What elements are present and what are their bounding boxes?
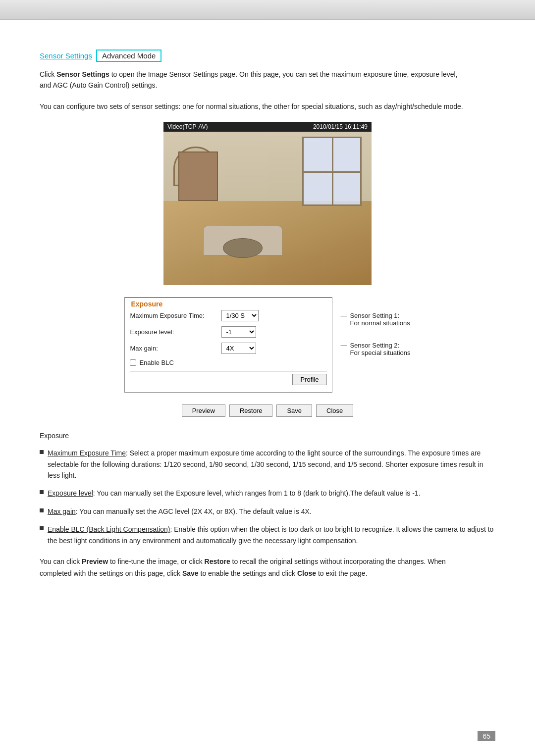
room-fireplace [178, 151, 218, 201]
bullet-icon-2 [40, 490, 44, 494]
intro-text-1: Click Sensor Settings to open the Image … [40, 69, 471, 91]
camera-container: Video(TCP-AV) 2010/01/15 16:11:49 [40, 122, 495, 285]
sensor-settings-link[interactable]: Sensor Settings [40, 51, 92, 60]
button-row: Preview Restore Save Close [40, 404, 495, 417]
list-item: Exposure level: You can manually set the… [40, 488, 495, 499]
enable-blc-row: Enable BLC [130, 359, 327, 366]
field-row-exposure-level: Exposure level: -8-7-6-5 -4-3-2-1 0123 4… [130, 326, 327, 338]
preview-button[interactable]: Preview [182, 404, 225, 417]
bullet-icon-1 [40, 450, 44, 454]
list-item: Maximum Exposure Time: Select a proper m… [40, 448, 495, 481]
bullet-term-4: Enable BLC (Back Light Compensation) [48, 525, 170, 533]
settings-panel-wrapper: Exposure Maximum Exposure Time: 1/120 S … [124, 297, 410, 393]
top-bar [0, 0, 535, 20]
window-cross-v [332, 138, 333, 204]
breadcrumb: Sensor Settings Advanced Mode [40, 50, 495, 62]
side-labels: — Sensor Setting 1: For normal situation… [340, 297, 410, 356]
enable-blc-label: Enable BLC [139, 359, 173, 366]
exposure-level-label: Exposure level: [130, 328, 216, 336]
side-label-1-desc: For normal situations [350, 319, 410, 327]
list-item: Enable BLC (Back Light Compensation): En… [40, 524, 495, 546]
camera-protocol: Video(TCP-AV) [167, 123, 208, 130]
side-label-2-title: Sensor Setting 2: [350, 342, 410, 349]
side-label-1-text: Sensor Setting 1: For normal situations [350, 312, 410, 327]
camera-frame: Video(TCP-AV) 2010/01/15 16:11:49 [163, 122, 372, 285]
bullet-text-3: Max gain: You can manually set the AGC l… [48, 506, 312, 517]
profile-row: Profile [130, 371, 327, 387]
bullet-text-4: Enable BLC (Back Light Compensation): En… [48, 524, 495, 546]
side-arrow-1: — [340, 312, 347, 319]
side-label-2: — Sensor Setting 2: For special situatio… [340, 342, 410, 356]
side-label-2-desc: For special situations [350, 349, 410, 356]
bullet-text-2: Exposure level: You can manually set the… [48, 488, 421, 499]
intro-text-2: You can configure two sets of sensor set… [40, 101, 471, 112]
room-table [223, 238, 263, 258]
profile-button[interactable]: Profile [292, 374, 327, 385]
side-label-1: — Sensor Setting 1: For normal situation… [340, 312, 410, 327]
exposure-panel: Exposure Maximum Exposure Time: 1/120 S … [124, 297, 332, 393]
camera-timestamp: 2010/01/15 16:11:49 [313, 123, 368, 130]
exposure-group-header: Exposure [125, 298, 332, 308]
side-label-1-title: Sensor Setting 1: [350, 312, 410, 319]
bullet-list: Maximum Exposure Time: Select a proper m… [40, 448, 495, 546]
max-gain-select[interactable]: 2X 4X 8X [221, 343, 256, 354]
bullet-icon-4 [40, 526, 44, 530]
exposure-fieldset: Maximum Exposure Time: 1/120 S 1/90 S 1/… [125, 310, 332, 392]
exposure-level-select[interactable]: -8-7-6-5 -4-3-2-1 0123 45678 [221, 326, 256, 338]
camera-image [163, 132, 372, 285]
side-arrow-2: — [340, 342, 347, 349]
restore-button[interactable]: Restore [229, 404, 273, 417]
side-label-2-text: Sensor Setting 2: For special situations [350, 342, 410, 356]
enable-blc-checkbox[interactable] [130, 359, 136, 366]
bullet-term-1: Maximum Exposure Time [48, 449, 126, 457]
bullet-icon-3 [40, 508, 44, 512]
bullet-term-2: Exposure level [48, 489, 93, 497]
exposure-title: Exposure [131, 300, 162, 308]
bullet-text-1: Maximum Exposure Time: Select a proper m… [48, 448, 495, 481]
footer-text: You can click Preview to fine-tune the i… [40, 556, 471, 580]
save-button[interactable]: Save [276, 404, 312, 417]
max-gain-label: Max gain: [130, 345, 216, 352]
advanced-mode-badge[interactable]: Advanced Mode [96, 50, 161, 62]
close-button[interactable]: Close [316, 404, 353, 417]
field-row-max-gain: Max gain: 2X 4X 8X [130, 343, 327, 354]
field-row-exposure-time: Maximum Exposure Time: 1/120 S 1/90 S 1/… [130, 310, 327, 321]
exposure-section-heading: Exposure [40, 432, 495, 440]
list-item: Max gain: You can manually set the AGC l… [40, 506, 495, 517]
page-number: 65 [478, 731, 495, 741]
room-window [302, 137, 362, 206]
bullet-term-3: Max gain [48, 507, 76, 515]
exposure-time-label: Maximum Exposure Time: [130, 312, 216, 319]
exposure-time-select[interactable]: 1/120 S 1/90 S 1/30 S 1/15 S 1/5 S [221, 310, 259, 321]
settings-area: Exposure Maximum Exposure Time: 1/120 S … [40, 297, 495, 393]
camera-topbar: Video(TCP-AV) 2010/01/15 16:11:49 [163, 122, 372, 132]
